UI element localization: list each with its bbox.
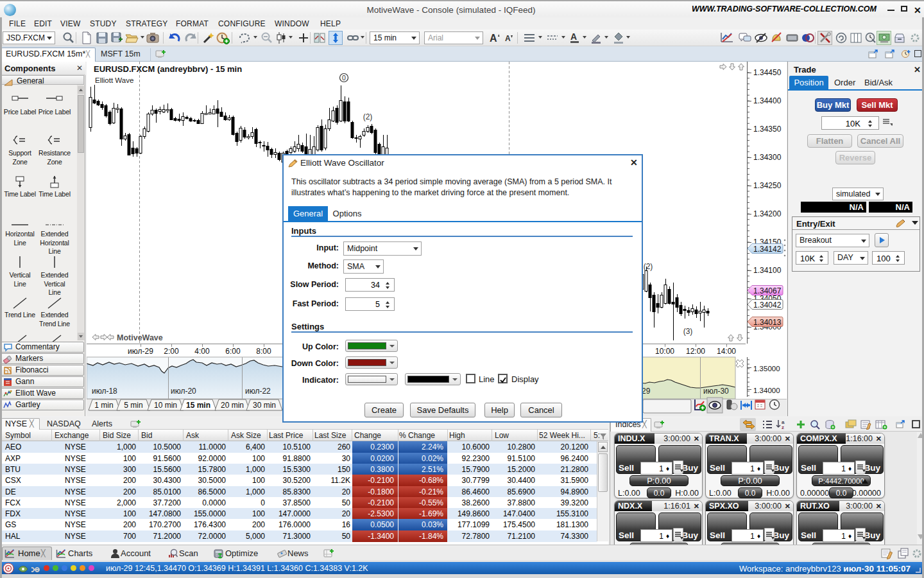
svg-text:1.35000: 1.35000 xyxy=(753,365,780,372)
svg-text:A: A xyxy=(570,31,577,42)
svg-text:1.34400: 1.34400 xyxy=(753,96,782,105)
svg-text:z: z xyxy=(782,425,784,430)
svg-text:2:00: 2:00 xyxy=(164,347,179,356)
svg-text:1.34042: 1.34042 xyxy=(753,301,782,310)
svg-text:1.34350: 1.34350 xyxy=(753,125,782,134)
svg-text:июл-29: июл-29 xyxy=(128,347,153,356)
svg-text:июл-18: июл-18 xyxy=(92,387,117,396)
svg-text:A: A xyxy=(505,34,511,43)
svg-text:12:00: 12:00 xyxy=(686,347,705,356)
svg-text:10 min: 10 min xyxy=(154,401,177,410)
svg-text:0: 0 xyxy=(342,74,346,82)
svg-text:10:00: 10:00 xyxy=(655,347,674,356)
svg-text:15 min: 15 min xyxy=(186,401,210,410)
svg-text:1 min: 1 min xyxy=(94,401,113,410)
svg-text:14:00: 14:00 xyxy=(717,347,736,356)
svg-text:1.34250: 1.34250 xyxy=(753,181,782,190)
svg-text:29: 29 xyxy=(642,387,651,396)
svg-text:30 min: 30 min xyxy=(253,401,276,410)
svg-text:6:00: 6:00 xyxy=(225,347,241,356)
svg-text:1.34100: 1.34100 xyxy=(753,266,782,275)
svg-text:MotiveWave: MotiveWave xyxy=(117,333,163,342)
svg-text:1.34450: 1.34450 xyxy=(753,68,782,77)
svg-text:(3): (3) xyxy=(683,327,693,336)
svg-text:1.34142: 1.34142 xyxy=(753,245,782,254)
svg-text:(2): (2) xyxy=(644,262,653,271)
svg-text:июл-30: июл-30 xyxy=(703,387,729,396)
svg-text:июл-20: июл-20 xyxy=(171,387,196,396)
svg-text:A: A xyxy=(490,33,497,44)
svg-text:1.34013: 1.34013 xyxy=(753,318,782,327)
svg-text:1.34000: 1.34000 xyxy=(753,387,780,394)
svg-text:5 min: 5 min xyxy=(124,401,142,410)
svg-text:EURUSD.FXCM (andreybbrv) - 15: EURUSD.FXCM (andreybbrv) - 15 min xyxy=(94,64,242,74)
svg-text:1.34067: 1.34067 xyxy=(753,286,782,295)
svg-text:Elliott Wave: Elliott Wave xyxy=(95,76,133,84)
svg-text:1.34300: 1.34300 xyxy=(753,153,782,162)
svg-text:июл-22: июл-22 xyxy=(245,387,271,396)
svg-text:(2): (2) xyxy=(363,112,373,121)
svg-text:4:00: 4:00 xyxy=(194,347,210,356)
svg-text:20 min: 20 min xyxy=(221,401,244,410)
svg-text:1.34200: 1.34200 xyxy=(753,209,782,218)
